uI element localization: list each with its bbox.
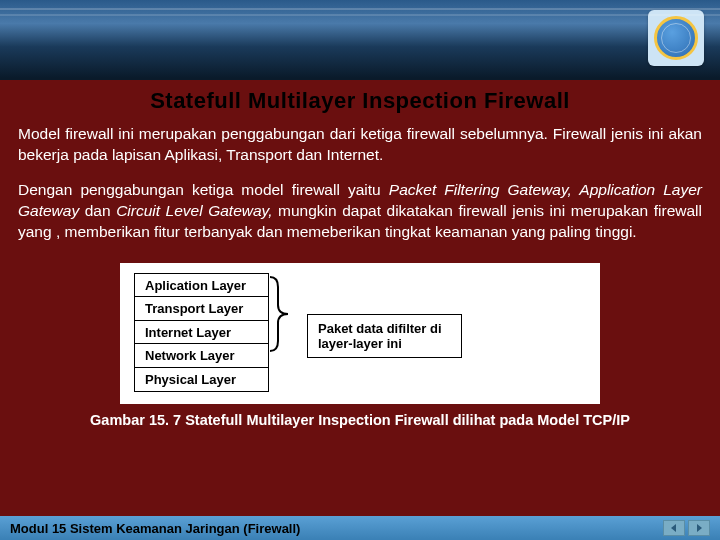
- p2-text-a: Dengan penggabungan ketiga model firewal…: [18, 181, 389, 198]
- bracket-icon: [268, 275, 292, 353]
- footer-text: Modul 15 Sistem Keamanan Jaringan (Firew…: [10, 521, 300, 536]
- filter-label-box: Paket data difilter di layer-layer ini: [307, 314, 462, 358]
- nav-controls: [663, 520, 710, 536]
- layer-transport: Transport Layer: [134, 296, 269, 321]
- prev-button[interactable]: [663, 520, 685, 536]
- figure-caption: Gambar 15. 7 Statefull Multilayer Inspec…: [4, 412, 716, 428]
- slide-header: [0, 0, 720, 80]
- content-area: Statefull Multilayer Inspection Firewall…: [0, 80, 720, 516]
- slide: Statefull Multilayer Inspection Firewall…: [0, 0, 720, 540]
- layer-application: Aplication Layer: [134, 273, 269, 298]
- slide-title: Statefull Multilayer Inspection Firewall: [4, 84, 716, 122]
- next-button[interactable]: [688, 520, 710, 536]
- layer-internet: Internet Layer: [134, 320, 269, 345]
- arrow-right-icon: [694, 523, 704, 533]
- body-text: Model firewall ini merupakan penggabunga…: [4, 122, 716, 259]
- paragraph-1: Model firewall ini merupakan penggabunga…: [18, 124, 702, 166]
- tcpip-diagram: Aplication Layer Transport Layer Interne…: [120, 263, 600, 405]
- layer-network: Network Layer: [134, 343, 269, 368]
- layer-stack: Aplication Layer Transport Layer Interne…: [134, 273, 269, 391]
- slide-footer: Modul 15 Sistem Keamanan Jaringan (Firew…: [0, 516, 720, 540]
- paragraph-2: Dengan penggabungan ketiga model firewal…: [18, 180, 702, 243]
- logo: [648, 10, 704, 66]
- arrow-left-icon: [669, 523, 679, 533]
- p2-text-b: dan: [85, 202, 116, 219]
- logo-emblem: [654, 16, 698, 60]
- p2-italic-b: Circuit Level Gateway,: [116, 202, 278, 219]
- layer-physical: Physical Layer: [134, 367, 269, 392]
